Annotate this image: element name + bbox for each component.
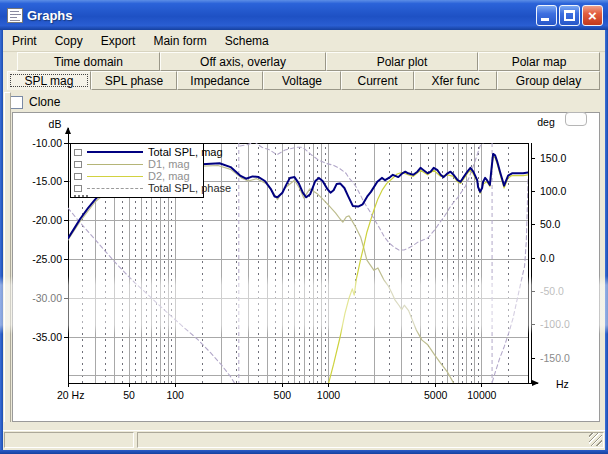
menu-bar: Print Copy Export Main form Schema [3,30,605,52]
window-border-bottom [0,450,608,454]
legend-label: D2, mag [148,170,190,182]
minimize-icon [541,18,549,21]
window-title: Graphs [27,8,536,23]
legend-label: D1, mag [148,158,190,170]
tab-polar-plot[interactable]: Polar plot [326,52,478,71]
legend-resize-dots [74,195,88,197]
tab-spl-phase[interactable]: SPL phase [91,71,177,90]
window-border-left [0,30,3,454]
chart-legend: Total SPL, magD1, magD2, magTotal SPL, p… [70,143,204,198]
app-window: Graphs × Print Copy Export Main form Sch… [0,0,608,454]
minimize-button[interactable] [536,5,557,26]
tab-off-axis-overlay[interactable]: Off axis, overlay [160,52,326,71]
statusbar-gap [3,422,605,431]
maximize-icon [564,10,575,21]
tab-xfer-func[interactable]: Xfer func [414,71,497,90]
legend-line-sample [87,176,143,177]
menu-item-print[interactable]: Print [3,32,46,50]
close-button[interactable]: × [582,5,603,26]
legend-checkbox[interactable] [74,185,82,192]
legend-checkbox[interactable] [74,161,82,168]
tab-row-top: Time domain Off axis, overlay Polar plot… [17,52,600,71]
tab-group-delay[interactable]: Group delay [497,71,600,90]
tab-current[interactable]: Current [341,71,414,90]
maximize-button[interactable] [559,5,580,26]
tab-row-bottom: SPL mag SPL phase Impedance Voltage Curr… [7,71,600,90]
legend-row[interactable]: D2, mag [74,170,203,182]
legend-row[interactable]: D1, mag [74,158,203,170]
tab-voltage[interactable]: Voltage [263,71,341,90]
status-panel-right [137,432,604,448]
legend-label: Total SPL, mag [148,146,223,158]
menu-item-schema[interactable]: Schema [216,32,278,50]
left-splitter[interactable] [4,92,11,429]
status-panel-left [4,432,134,448]
legend-line-sample [87,151,143,153]
clone-checkbox[interactable] [10,96,23,109]
clone-label: Clone [29,95,60,109]
clone-option: Clone [10,95,60,109]
menu-item-main-form[interactable]: Main form [144,32,215,50]
menu-item-export[interactable]: Export [92,32,145,50]
tab-polar-map[interactable]: Polar map [478,52,600,71]
legend-line-sample [87,188,143,189]
legend-line-sample [87,164,143,165]
tab-spl-mag[interactable]: SPL mag [7,71,91,90]
legend-checkbox[interactable] [74,149,82,156]
tab-time-domain[interactable]: Time domain [17,52,160,71]
legend-row[interactable]: Total SPL, phase [74,182,203,194]
close-icon: × [583,6,602,25]
legend-row[interactable]: Total SPL, mag [74,146,203,158]
status-bar [3,431,605,449]
deg-toggle-button[interactable] [565,112,587,126]
title-bar[interactable]: Graphs × [0,0,608,30]
app-icon [7,8,23,23]
tab-impedance[interactable]: Impedance [177,71,263,90]
resize-grip[interactable] [589,433,602,446]
menu-item-copy[interactable]: Copy [46,32,92,50]
legend-label: Total SPL, phase [148,182,231,194]
legend-checkbox[interactable] [74,173,82,180]
